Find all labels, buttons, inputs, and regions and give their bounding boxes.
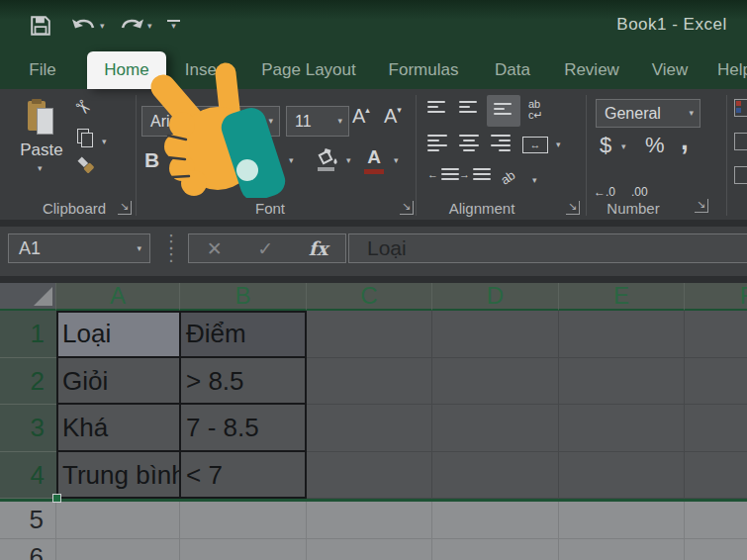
- cell-e6[interactable]: [559, 539, 685, 560]
- bold-button[interactable]: B: [144, 148, 159, 172]
- borders-button[interactable]: ⊞: [255, 145, 275, 173]
- grow-font-button[interactable]: A▴: [352, 105, 370, 128]
- insert-function-icon[interactable]: fx: [309, 237, 328, 259]
- cell-d3[interactable]: [432, 405, 559, 452]
- cell-d2[interactable]: [432, 358, 559, 405]
- number-format-combobox[interactable]: General ▾: [596, 99, 700, 128]
- merge-dropdown-icon[interactable]: ▾: [556, 140, 561, 149]
- tab-formulas[interactable]: Formulas: [378, 51, 469, 89]
- cell-f2[interactable]: [685, 358, 747, 405]
- tab-help[interactable]: Help: [717, 51, 747, 89]
- borders-dropdown-icon[interactable]: ▾: [289, 156, 294, 165]
- fill-color-button[interactable]: [315, 148, 340, 176]
- number-format-dropdown-icon[interactable]: ▾: [689, 109, 700, 118]
- accounting-dropdown-icon[interactable]: ▾: [621, 142, 626, 151]
- cell-f5[interactable]: [685, 502, 747, 539]
- column-header-d[interactable]: D: [432, 283, 559, 311]
- font-name-combobox[interactable]: Arial ▾: [141, 106, 280, 137]
- select-all-corner[interactable]: [0, 283, 56, 311]
- align-center-button[interactable]: [459, 135, 479, 151]
- merge-center-button[interactable]: ↔: [522, 137, 548, 153]
- row-header-1[interactable]: 1: [0, 311, 56, 358]
- format-as-table-icon[interactable]: [734, 133, 747, 150]
- name-box-dropdown-icon[interactable]: ▾: [137, 244, 149, 253]
- cell-c3[interactable]: [307, 405, 432, 452]
- customize-qat-button[interactable]: ▾: [167, 20, 180, 31]
- italic-button[interactable]: I: [176, 148, 184, 172]
- undo-button[interactable]: [71, 17, 97, 39]
- align-left-button[interactable]: [427, 135, 447, 151]
- cell-f1[interactable]: [685, 311, 747, 358]
- row-header-6[interactable]: 6: [0, 539, 56, 560]
- shrink-font-button[interactable]: A▾: [384, 105, 402, 128]
- font-name-dropdown-icon[interactable]: ▾: [268, 117, 279, 126]
- tab-page-layout[interactable]: Page Layout: [249, 51, 368, 89]
- font-size-combobox[interactable]: 11 ▾: [286, 106, 349, 137]
- accounting-format-button[interactable]: $: [600, 133, 611, 158]
- cancel-icon[interactable]: ✕: [207, 237, 223, 260]
- redo-dropdown-icon[interactable]: ▾: [147, 22, 152, 31]
- cell-a5[interactable]: [56, 502, 180, 539]
- increase-indent-button[interactable]: →: [459, 168, 491, 180]
- fill-handle[interactable]: [52, 494, 61, 503]
- column-header-b[interactable]: B: [180, 283, 307, 311]
- bottom-align-button[interactable]: [487, 95, 520, 127]
- formula-input[interactable]: Loại: [348, 233, 747, 263]
- tab-insert[interactable]: Insert: [174, 51, 237, 89]
- copy-icon[interactable]: [77, 129, 94, 147]
- cell-d4[interactable]: [432, 452, 559, 499]
- font-size-dropdown-icon[interactable]: ▾: [337, 117, 348, 126]
- cell-e2[interactable]: [559, 358, 685, 405]
- enter-icon[interactable]: ✓: [257, 237, 273, 260]
- cell-c1[interactable]: [307, 311, 432, 358]
- cell-c5[interactable]: [307, 502, 432, 539]
- cell-f6[interactable]: [685, 539, 747, 560]
- undo-dropdown-icon[interactable]: ▾: [100, 22, 105, 31]
- font-color-dropdown-icon[interactable]: ▾: [394, 156, 399, 165]
- tab-data[interactable]: Data: [481, 51, 544, 89]
- column-header-e[interactable]: E: [559, 283, 685, 311]
- save-button[interactable]: [30, 15, 51, 41]
- cell-e4[interactable]: [559, 452, 685, 499]
- cell-b5[interactable]: [180, 502, 307, 539]
- cell-e5[interactable]: [559, 502, 685, 539]
- clipboard-dialog-launcher[interactable]: ↘: [118, 201, 132, 215]
- tab-review[interactable]: Review: [554, 51, 629, 89]
- cell-d6[interactable]: [432, 539, 559, 560]
- comma-style-button[interactable]: ,: [681, 125, 689, 156]
- column-header-f[interactable]: F: [685, 283, 747, 311]
- paste-dropdown-icon[interactable]: ▾: [38, 164, 43, 173]
- cell-b6[interactable]: [180, 539, 307, 560]
- cell-e1[interactable]: [559, 311, 685, 358]
- row-header-4[interactable]: 4: [0, 452, 56, 499]
- column-header-a[interactable]: A: [56, 283, 180, 311]
- format-painter-icon[interactable]: [75, 154, 97, 180]
- cell-a6[interactable]: [56, 539, 180, 560]
- cell-c2[interactable]: [307, 358, 432, 405]
- paste-button[interactable]: Paste ▾: [16, 97, 67, 186]
- decrease-indent-button[interactable]: ←: [427, 168, 459, 180]
- cell-e3[interactable]: [559, 405, 685, 452]
- column-header-c[interactable]: C: [307, 283, 432, 311]
- fill-color-dropdown-icon[interactable]: ▾: [346, 156, 351, 165]
- redo-button[interactable]: [119, 17, 144, 39]
- tab-view[interactable]: View: [639, 51, 700, 89]
- orientation-dropdown-icon[interactable]: ▾: [532, 176, 537, 185]
- align-right-button[interactable]: [491, 135, 511, 151]
- tab-home[interactable]: Home: [87, 51, 166, 89]
- row-header-3[interactable]: 3: [0, 405, 56, 452]
- formula-bar-resize-handle[interactable]: ⋮⋮: [162, 235, 180, 261]
- cell-f3[interactable]: [685, 405, 747, 452]
- font-color-button[interactable]: A: [364, 146, 384, 174]
- row-header-5[interactable]: 5: [0, 502, 56, 539]
- cell-styles-icon[interactable]: [734, 166, 747, 184]
- copy-dropdown-icon[interactable]: ▾: [102, 138, 107, 146]
- name-box[interactable]: A1 ▾: [8, 233, 150, 263]
- tab-file[interactable]: File: [20, 51, 65, 89]
- conditional-formatting-icon[interactable]: [734, 99, 747, 117]
- wrap-text-button[interactable]: ab c↵: [528, 99, 543, 121]
- cell-d1[interactable]: [432, 311, 559, 358]
- cell-c4[interactable]: [307, 452, 432, 499]
- row-header-2[interactable]: 2: [0, 358, 56, 405]
- cell-c6[interactable]: [307, 539, 432, 560]
